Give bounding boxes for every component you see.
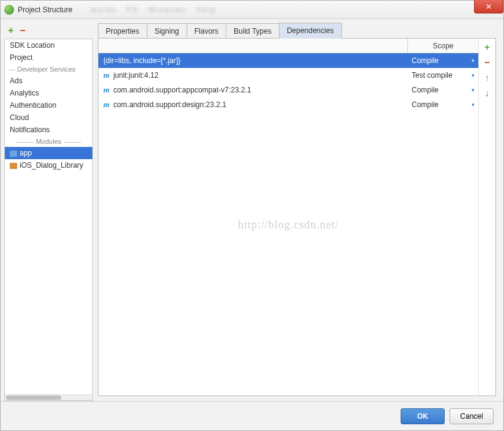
main-panel: Properties Signing Flavors Build Types D…	[98, 23, 496, 401]
dependencies-table-area: Scope {dir=libs, include=[*.jar]} Compil…	[98, 38, 496, 396]
sidebar-item-label: app	[20, 149, 32, 157]
dep-scope-cell[interactable]: Compile ▾	[408, 100, 478, 109]
ok-button[interactable]: OK	[401, 408, 445, 424]
dep-name-cell: {dir=libs, include=[*.jar]}	[98, 56, 408, 65]
titlebar-blur-text: words PS Windows Help	[91, 6, 216, 14]
folder-icon	[10, 151, 17, 157]
maven-icon: m	[103, 85, 109, 95]
sidebar-item-authentication[interactable]: Authentication	[5, 99, 92, 111]
close-icon: ✕	[486, 2, 492, 11]
tab-properties[interactable]: Properties	[98, 23, 147, 39]
sidebar-toolbar: + −	[4, 23, 93, 39]
sidebar-item-ads[interactable]: Ads	[5, 75, 92, 87]
maven-icon: m	[103, 70, 109, 80]
folder-icon	[10, 163, 17, 169]
dep-scope: Compile	[412, 100, 439, 109]
table-body: {dir=libs, include=[*.jar]} Compile ▾ m	[98, 53, 478, 395]
add-dependency-button[interactable]: +	[484, 42, 490, 51]
sidebar-section-modules: Modules	[5, 136, 92, 147]
chevron-down-icon: ▾	[472, 87, 475, 93]
chevron-down-icon: ▾	[472, 72, 475, 78]
project-structure-window: Project Structure words PS Windows Help …	[0, 0, 504, 431]
tab-signing[interactable]: Signing	[147, 23, 187, 39]
sidebar-item-sdk-location[interactable]: SDK Location	[5, 39, 92, 51]
dep-scope: Compile	[412, 86, 439, 94]
close-button[interactable]: ✕	[474, 0, 503, 13]
dialog-footer: OK Cancel	[1, 401, 503, 430]
dep-name: com.android.support:appcompat-v7:23.2.1	[113, 86, 251, 94]
scrollbar-thumb[interactable]	[6, 395, 61, 400]
sidebar-item-cloud[interactable]: Cloud	[5, 111, 92, 124]
content-area: + − SDK Location Project Developer Servi…	[1, 19, 503, 401]
sidebar-scrollbar[interactable]	[5, 394, 92, 400]
tab-bar: Properties Signing Flavors Build Types D…	[98, 23, 496, 39]
dep-scope-cell[interactable]: Test compile ▾	[408, 71, 478, 80]
dep-name: junit:junit:4.12	[113, 71, 158, 80]
cancel-button[interactable]: Cancel	[450, 408, 494, 424]
sidebar-list: SDK Location Project Developer Services …	[4, 39, 93, 401]
column-header-name[interactable]	[98, 39, 408, 53]
tab-flavors[interactable]: Flavors	[187, 23, 226, 39]
table-row[interactable]: m com.android.support:design:23.2.1 Comp…	[98, 97, 478, 112]
app-icon	[4, 5, 14, 15]
sidebar-section-developer-services: Developer Services	[5, 64, 92, 75]
column-header-scope[interactable]: Scope	[408, 39, 478, 53]
sidebar-module-ios-dialog-library[interactable]: iOS_Dialog_Library	[5, 159, 92, 171]
move-up-button[interactable]: ↑	[485, 73, 490, 82]
maven-icon: m	[103, 100, 109, 110]
table-row[interactable]: m com.android.support:appcompat-v7:23.2.…	[98, 83, 478, 97]
sidebar: + − SDK Location Project Developer Servi…	[4, 23, 93, 401]
dep-scope-cell[interactable]: Compile ▾	[408, 56, 478, 65]
chevron-down-icon: ▾	[472, 58, 475, 64]
remove-dependency-button[interactable]: −	[484, 58, 490, 67]
tab-build-types[interactable]: Build Types	[226, 23, 280, 39]
dep-name: com.android.support:design:23.2.1	[113, 100, 226, 109]
sidebar-list-inner: SDK Location Project Developer Services …	[5, 39, 92, 394]
tab-dependencies[interactable]: Dependencies	[279, 23, 342, 39]
dep-name-cell: m com.android.support:design:23.2.1	[98, 100, 408, 110]
sidebar-item-analytics[interactable]: Analytics	[5, 87, 92, 99]
sidebar-item-notifications[interactable]: Notifications	[5, 124, 92, 136]
chevron-down-icon: ▾	[472, 102, 475, 108]
titlebar: Project Structure words PS Windows Help …	[1, 1, 503, 19]
dialog-body: + − SDK Location Project Developer Servi…	[1, 19, 503, 430]
table-row[interactable]: m junit:junit:4.12 Test compile ▾	[98, 68, 478, 83]
move-down-button[interactable]: ↓	[485, 88, 490, 97]
dep-scope-cell[interactable]: Compile ▾	[408, 86, 478, 94]
sidebar-item-label: iOS_Dialog_Library	[20, 161, 83, 170]
sidebar-item-project[interactable]: Project	[5, 51, 92, 64]
table-row[interactable]: {dir=libs, include=[*.jar]} Compile ▾	[98, 53, 478, 68]
remove-module-button[interactable]: −	[20, 25, 25, 36]
window-title: Project Structure	[18, 6, 72, 14]
table-side-toolbar: + − ↑ ↓	[478, 39, 495, 395]
dependencies-table: Scope {dir=libs, include=[*.jar]} Compil…	[98, 39, 478, 395]
dep-scope: Compile	[412, 56, 439, 65]
dep-scope: Test compile	[412, 71, 453, 80]
table-header: Scope	[98, 39, 478, 53]
add-module-button[interactable]: +	[8, 25, 13, 36]
dep-name: {dir=libs, include=[*.jar]}	[103, 56, 180, 65]
dep-name-cell: m junit:junit:4.12	[98, 70, 408, 80]
dep-name-cell: m com.android.support:appcompat-v7:23.2.…	[98, 85, 408, 95]
watermark-text: http://blog.csdn.net/	[238, 219, 339, 231]
sidebar-module-app[interactable]: app	[5, 147, 92, 159]
